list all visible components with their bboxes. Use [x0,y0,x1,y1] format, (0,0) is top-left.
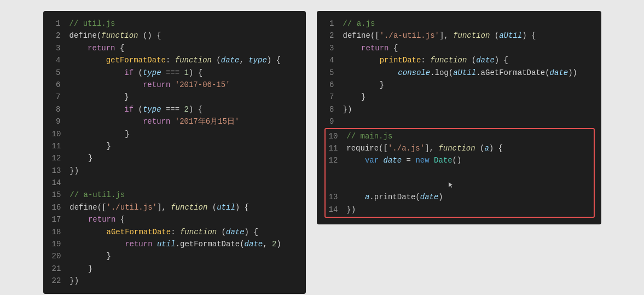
code-content-11: } [69,140,111,152]
r-code-line-12: 12 var date = new Date() [329,154,590,191]
code-line-22: 22 }) [52,275,297,287]
code-content-6: return '2017-06-15' [69,79,230,91]
code-line-1: 1 // util.js [52,18,297,30]
code-content-9: return '2017年6月15日' [69,115,240,128]
code-content-8: if (type === 2) { [69,103,203,115]
r-code-line-8: 8 }) [326,103,593,115]
r-code-line-2: 2 define(['./a-util.js'], function (aUti… [326,30,593,42]
code-content-10: } [69,128,129,140]
r-code-content-4: printDate: function (date) { [343,54,509,66]
code-line-14: 14 [52,177,297,189]
line-num-9: 9 [52,115,61,128]
r-code-content-8: }) [343,103,352,115]
code-line-5: 5 if (type === 1) { [52,67,297,79]
r-code-content-10: // main.js [346,130,392,142]
highlight-box: 10 // main.js 11 require(['./a.js'], fun… [324,128,595,218]
code-line-12: 12 } [52,152,297,164]
r-line-num-14: 14 [329,204,338,216]
code-line-16: 16 define(['./util.js'], function (util)… [52,201,297,213]
r-code-content-11: require(['./a.js'], function (a) { [346,142,503,154]
r-code-content-2: define(['./a-util.js'], function (aUtil)… [343,30,536,42]
r-code-content-5: console.log(aUtil.aGetFormatDate(date)) [343,67,578,79]
r-code-line-5: 5 console.log(aUtil.aGetFormatDate(date)… [326,67,593,79]
r-line-num-4: 4 [326,54,334,66]
r-code-content-6: } [343,79,385,91]
r-line-num-1: 1 [326,18,334,30]
code-line-10: 10 } [52,128,297,140]
line-num-13: 13 [52,165,61,177]
code-content-21: } [69,263,92,275]
r-code-content-1: // a.js [343,18,375,30]
r-line-num-9: 9 [326,115,334,128]
code-content-5: if (type === 1) { [69,67,203,79]
code-line-4: 4 getFormatDate: function (date, type) { [52,54,297,66]
code-line-19: 19 return util.getFormatDate(date, 2) [52,238,297,250]
code-content-20: } [69,250,111,262]
code-content-4: getFormatDate: function (date, type) { [69,54,281,66]
code-content-2: define(function () { [69,30,161,42]
line-num-15: 15 [52,189,61,201]
line-num-16: 16 [52,201,61,213]
r-line-num-2: 2 [326,30,334,42]
r-line-num-13: 13 [329,191,338,203]
code-line-17: 17 return { [52,213,297,225]
line-num-6: 6 [52,79,61,91]
line-num-8: 8 [52,103,61,115]
r-code-content-14: }) [346,204,356,216]
r-code-line-4: 4 printDate: function (date) { [326,54,593,66]
r-line-num-11: 11 [329,142,338,154]
r-line-num-5: 5 [326,67,334,79]
code-content-3: return { [69,42,125,54]
r-code-line-3: 3 return { [326,42,593,54]
r-code-line-14: 14 }) [329,204,590,216]
line-num-14: 14 [52,177,61,189]
r-line-num-6: 6 [326,79,334,91]
code-line-9: 9 return '2017年6月15日' [52,115,297,128]
r-line-num-7: 7 [326,91,334,103]
code-content-7: } [69,91,129,103]
code-line-7: 7 } [52,91,297,103]
r-code-content-12: var date = new Date() [346,154,461,191]
line-num-3: 3 [52,42,61,54]
line-num-22: 22 [52,275,61,287]
r-line-num-10: 10 [329,130,338,142]
line-num-17: 17 [52,213,61,225]
r-code-line-7: 7 } [326,91,593,103]
code-content-18: aGetFormatDate: function (date) { [69,226,258,238]
line-num-1: 1 [52,18,61,30]
line-num-5: 5 [52,67,61,79]
code-line-8: 8 if (type === 2) { [52,103,297,115]
r-code-line-6: 6 } [326,79,593,91]
code-content-16: define(['./util.js'], function (util) { [69,201,249,213]
r-code-content-3: return { [343,42,398,54]
line-num-19: 19 [52,238,61,250]
code-line-3: 3 return { [52,42,297,54]
code-line-2: 2 define(function () { [52,30,297,42]
r-code-line-10: 10 // main.js [329,130,590,142]
line-num-2: 2 [52,30,61,42]
r-code-line-1: 1 // a.js [326,18,593,30]
code-content-17: return { [69,213,125,225]
cursor-icon [448,181,454,189]
left-code-panel: 1 // util.js 2 define(function () { 3 re… [43,11,306,294]
r-code-line-11: 11 require(['./a.js'], function (a) { [329,142,590,154]
code-line-21: 21 } [52,263,297,275]
line-num-11: 11 [52,140,61,152]
code-content-22: }) [69,275,79,287]
line-num-18: 18 [52,226,61,238]
code-content-13: }) [69,165,79,177]
right-code-panel: 1 // a.js 2 define(['./a-util.js'], func… [317,11,601,224]
line-num-21: 21 [52,263,61,275]
r-code-content-7: } [343,91,366,103]
code-content-1: // util.js [69,18,115,30]
r-code-line-9: 9 [326,115,593,128]
code-content-19: return util.getFormatDate(date, 2) [69,238,281,250]
code-content-15: // a-util.js [69,189,125,201]
r-line-num-3: 3 [326,42,334,54]
r-line-num-8: 8 [326,103,334,115]
line-num-12: 12 [52,152,61,164]
r-line-num-12: 12 [329,154,338,191]
code-line-13: 13 }) [52,165,297,177]
code-line-11: 11 } [52,140,297,152]
line-num-10: 10 [52,128,61,140]
